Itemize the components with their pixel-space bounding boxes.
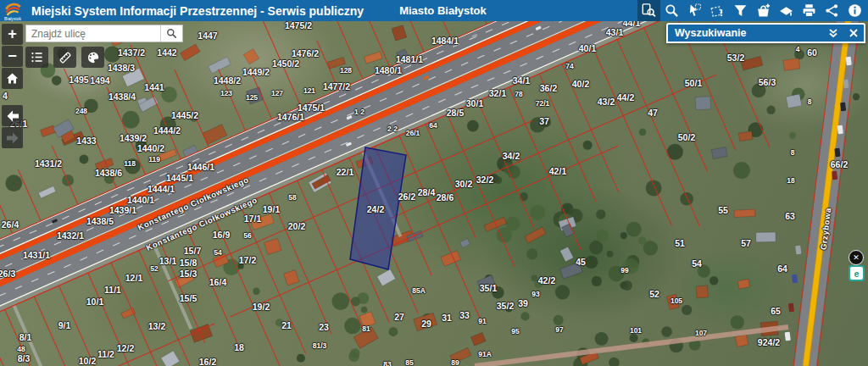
close-icon <box>849 29 858 37</box>
svg-text:Białystok: Białystok <box>4 15 22 20</box>
forward-arrow-icon <box>6 132 19 144</box>
palette-icon <box>86 51 100 64</box>
city-label: Miasto Białystok <box>399 4 487 17</box>
select-features-icon <box>687 3 702 18</box>
filter-button[interactable] <box>729 0 752 21</box>
palette-button[interactable] <box>81 47 104 68</box>
search-documents-icon <box>642 3 656 18</box>
side-street <box>785 21 859 366</box>
add-to-basket-button[interactable] <box>752 0 775 21</box>
layers-list-button[interactable] <box>25 47 48 68</box>
back-button[interactable] <box>2 105 23 126</box>
app-window: 1475/214471437/214421438/3149514941476/2… <box>0 0 868 366</box>
ruler-icon <box>58 51 72 64</box>
zoom-in-button[interactable]: + <box>2 24 23 45</box>
themes-button[interactable] <box>775 0 798 21</box>
widget-close-button[interactable]: ✕ <box>849 250 864 265</box>
share-button[interactable] <box>821 0 843 21</box>
layers-list-icon <box>31 51 43 64</box>
chevron-double-down-icon <box>828 29 838 38</box>
print-button[interactable] <box>798 0 821 21</box>
print-icon <box>802 3 816 18</box>
toolbar <box>637 0 866 21</box>
map-canvas[interactable] <box>0 0 868 366</box>
top-bar: Białystok Miejski System Informacji Prze… <box>0 0 868 21</box>
share-icon <box>825 3 839 18</box>
zoom-search-button[interactable] <box>660 0 683 21</box>
area-warning-button[interactable] <box>706 0 729 21</box>
search-icon <box>166 28 177 39</box>
area-warning-icon <box>710 3 725 18</box>
street-search <box>25 25 183 42</box>
sidewalk-path <box>475 327 788 366</box>
bialystok-logo-icon[interactable]: Białystok <box>3 1 23 21</box>
forward-button[interactable] <box>2 127 23 148</box>
zoom-out-button[interactable]: − <box>2 46 23 67</box>
search-panel-title: Wyszukiwanie <box>668 27 823 39</box>
info-icon <box>848 3 862 18</box>
themes-icon <box>779 3 793 18</box>
widget-e-button[interactable]: e <box>849 265 865 281</box>
street-highlight-yellow <box>803 21 851 366</box>
street-search-input[interactable] <box>26 25 160 42</box>
info-button[interactable] <box>843 0 866 21</box>
home-icon <box>6 72 19 85</box>
panel-collapse-button[interactable] <box>823 25 843 42</box>
street-search-button[interactable] <box>160 25 182 42</box>
filter-icon <box>733 3 748 18</box>
search-documents-button[interactable] <box>637 0 660 21</box>
back-arrow-icon <box>6 110 19 122</box>
home-button[interactable] <box>2 68 23 89</box>
measure-ruler-button[interactable] <box>53 47 76 68</box>
add-to-basket-icon <box>756 3 771 18</box>
map-tool-buttons <box>25 47 104 68</box>
app-title: Miejski System Informacji Przestrzennej … <box>31 4 364 18</box>
select-features-button[interactable] <box>683 0 706 21</box>
search-panel-header[interactable]: Wyszukiwanie <box>666 23 865 43</box>
zoom-search-icon <box>665 3 679 18</box>
panel-close-button[interactable] <box>843 25 864 42</box>
